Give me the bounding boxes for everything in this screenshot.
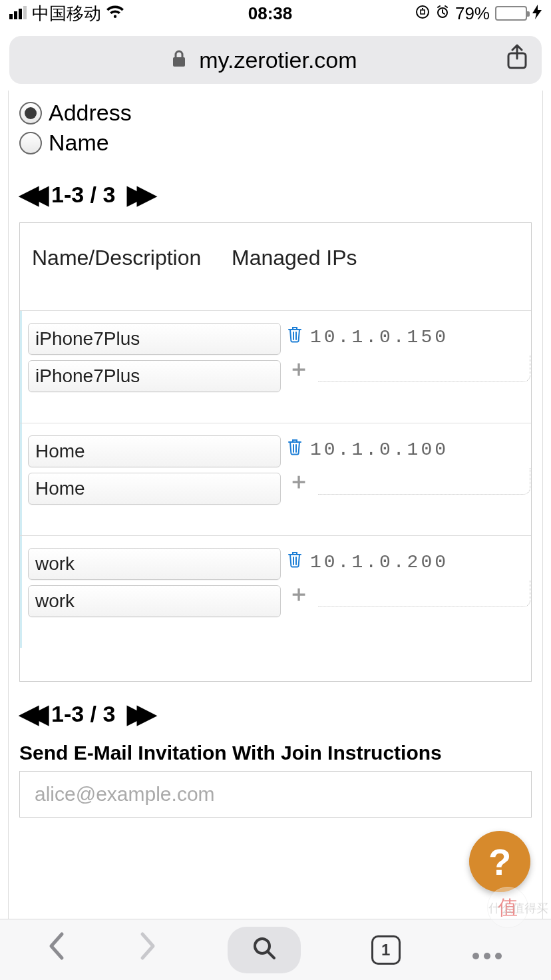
pager-last-icon[interactable]: ▶▶ (127, 699, 147, 728)
svg-point-4 (417, 6, 429, 18)
radio-icon (19, 102, 42, 124)
more-icon[interactable] (470, 932, 504, 968)
members-table: Name/Description Managed IPs 10.1.0.150 … (19, 222, 532, 682)
trash-icon[interactable] (287, 326, 302, 348)
plus-icon[interactable]: ＋ (287, 579, 310, 609)
radio-icon (19, 132, 42, 154)
trash-icon[interactable] (287, 438, 302, 461)
share-icon[interactable] (506, 44, 528, 77)
radio-label: Name (49, 130, 109, 156)
table-header: Name/Description Managed IPs (20, 223, 531, 310)
question-icon: ? (488, 840, 511, 883)
help-button[interactable]: ? (469, 831, 530, 892)
browser-address-bar[interactable]: my.zerotier.com (9, 36, 542, 84)
pager-range: 1-3 / 3 (51, 182, 115, 208)
status-bar: 中国移动 08:38 79% (0, 0, 551, 27)
add-ip-input[interactable] (318, 581, 530, 607)
invite-title: Send E-Mail Invitation With Join Instruc… (19, 742, 532, 764)
signal-icon (9, 3, 28, 24)
forward-icon[interactable] (137, 931, 157, 968)
wifi-icon (105, 3, 125, 24)
member-name-input[interactable] (28, 323, 281, 355)
table-row: 10.1.0.150 ＋ (20, 310, 531, 423)
member-name-input[interactable] (28, 435, 281, 467)
radio-label: Address (49, 100, 132, 126)
url-text: my.zerotier.com (199, 47, 357, 73)
tabs-button[interactable]: 1 (371, 935, 401, 965)
member-name-input[interactable] (28, 548, 281, 580)
svg-point-9 (472, 953, 479, 959)
invite-email-input[interactable] (19, 771, 532, 818)
member-ip: 10.1.0.200 (310, 552, 449, 573)
clock: 08:38 (125, 3, 415, 24)
trash-icon[interactable] (287, 551, 302, 573)
pager-first-icon[interactable]: ◀◀ (19, 180, 39, 209)
table-row: 10.1.0.200 ＋ (20, 535, 531, 648)
browser-toolbar: 1 (0, 919, 551, 980)
orientation-lock-icon (415, 3, 430, 24)
browser-address-wrap: my.zerotier.com (0, 27, 551, 91)
pager-first-icon[interactable]: ◀◀ (19, 699, 39, 728)
svg-rect-2 (19, 9, 22, 19)
add-ip-input[interactable] (318, 468, 530, 495)
svg-rect-3 (23, 6, 27, 19)
svg-rect-0 (9, 14, 13, 19)
charging-icon (532, 3, 542, 24)
svg-point-11 (495, 953, 502, 959)
pager-bottom: ◀◀ 1-3 / 3 ▶▶ (19, 699, 532, 728)
sort-radio-address[interactable]: Address (19, 100, 532, 126)
watermark-text: 什么值得买 (488, 900, 548, 916)
pager-range: 1-3 / 3 (51, 701, 115, 727)
pager-top: ◀◀ 1-3 / 3 ▶▶ (19, 180, 532, 209)
member-desc-input[interactable] (28, 473, 281, 505)
member-ip: 10.1.0.100 (310, 439, 449, 460)
alarm-icon (435, 3, 450, 24)
carrier-label: 中国移动 (32, 2, 101, 25)
col-header-name: Name/Description (32, 246, 218, 270)
col-header-ips: Managed IPs (232, 246, 519, 270)
back-icon[interactable] (47, 931, 67, 968)
tabs-count: 1 (371, 935, 401, 965)
lock-icon (171, 51, 192, 72)
svg-rect-6 (173, 57, 185, 67)
plus-icon[interactable]: ＋ (287, 466, 310, 497)
pager-last-icon[interactable]: ▶▶ (127, 180, 147, 209)
add-ip-input[interactable] (318, 356, 530, 382)
member-desc-input[interactable] (28, 585, 281, 617)
sort-radio-name[interactable]: Name (19, 130, 532, 156)
svg-point-10 (484, 953, 490, 959)
search-icon[interactable] (228, 927, 301, 973)
svg-rect-1 (14, 11, 17, 19)
table-row: 10.1.0.100 ＋ (20, 423, 531, 535)
battery-icon (495, 6, 527, 21)
plus-icon[interactable]: ＋ (287, 354, 310, 384)
member-desc-input[interactable] (28, 360, 281, 392)
member-ip: 10.1.0.150 (310, 327, 449, 348)
battery-pct: 79% (455, 3, 490, 24)
